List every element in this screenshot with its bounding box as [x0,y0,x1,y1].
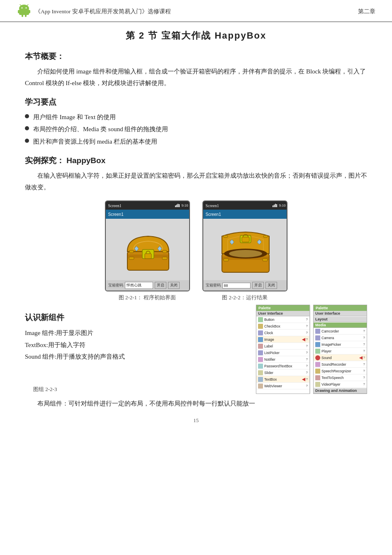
svg-point-6 [22,7,23,9]
phone2-block: Screen1 9:10 Screen1 [202,200,287,301]
palette1-section: User Interface [256,311,309,316]
phone2-btn-open[interactable]: 开启 [252,282,264,289]
svg-rect-1 [19,9,29,15]
list-item: 布局控件的介绍、Media 类 sound 组件的拖拽使用 [25,124,367,135]
list-item: 图片和声音资源上传到 media 栏后的基本使用 [25,136,367,148]
phone1-btn-close[interactable]: 关闭 [168,282,180,289]
phone2-input[interactable]: 88 [222,283,251,289]
phone1-content [106,219,190,280]
phone2-input-row: 宝箱密码 88 开启 关闭 [203,280,287,291]
bullet1-text: 用户组件 Image 和 Text 的使用 [33,112,116,123]
phone1-statusbar: Screen1 9:10 [106,201,190,210]
svg-rect-26 [275,204,276,207]
palette2-section-drawing: Drawing and Animation [314,388,367,394]
palette-item-textbox[interactable]: TextBox ◀ ? [256,376,309,383]
page-content: 第 2 节 宝箱大作战 HappyBox 本节概要： 介绍如何使用 image … [0,22,392,436]
palette-item-notifier[interactable]: Notifier ? [256,356,309,363]
palette-item-camera[interactable]: Camera ? [314,335,367,341]
phone2-mockup: Screen1 9:10 Screen1 [202,200,287,291]
phone1-label: 宝箱密码 [108,283,123,288]
palette-item-listpicker[interactable]: ListPicker ? [256,350,309,356]
phone2-btn-close[interactable]: 关闭 [265,282,277,289]
palette1-header: Palette [256,305,309,311]
bottom-text: 布局组件：可针对组件进行一定的布局，不使用布局控件时每一行默认只能放一 [25,398,367,410]
bullet2-text: 布局控件的介绍、Media 类 sound 组件的拖拽使用 [33,124,168,135]
palette-item-webviewer[interactable]: WebViewer ? [256,383,309,389]
palette-item-clock[interactable]: Clock ? [256,330,309,336]
bullet3-text: 图片和声音资源上传到 media 栏后的基本使用 [33,136,157,148]
phone2-label: 宝箱密码 [206,283,221,288]
fig2-caption: 图 2-2-2：运行结果 [222,294,267,301]
bullet-dot-icon [25,139,29,143]
palette-item-slider[interactable]: Slider ? [256,369,309,376]
svg-rect-27 [276,204,277,207]
palette-item-imagepicker[interactable]: ImagePicker ? [314,341,367,348]
svg-rect-25 [274,205,275,207]
section2-heading: 学习要点 [25,97,367,108]
svg-rect-37 [263,259,268,261]
phone2-status-icons: 9:10 [273,203,285,208]
svg-rect-20 [129,257,134,259]
palette-item-texttospeech[interactable]: TextToSpeech ? [314,374,367,381]
svg-rect-21 [162,257,167,259]
palette-item-label[interactable]: Label ? [256,343,309,350]
phone1-status-icons: 9:10 [175,203,188,208]
phone1-btn-open[interactable]: 开启 [155,282,166,289]
android-logo-icon [17,4,32,19]
section3-text: 在输入密码框输入字符，如果正好是设置的宝箱密码，那么开启宝箱并成功放出欢快的音乐… [25,170,367,193]
palette-item-checkbox[interactable]: CheckBox ? [256,323,309,330]
svg-rect-12 [178,204,178,207]
svg-rect-40 [242,237,249,242]
svg-rect-18 [129,250,134,253]
palette2: Palette User Interface Layout Media Camc… [313,305,367,394]
svg-rect-19 [163,250,167,253]
phone2-content [203,219,287,280]
list-item: 用户组件 Image 和 Text 的使用 [25,112,367,123]
svg-point-7 [26,7,27,9]
svg-rect-36 [224,259,229,261]
section3-heading: 实例探究： HappyBox [25,155,367,166]
palette-item-speechrecognizer[interactable]: SpeechRecognizer ? [314,368,367,374]
chest-open-icon [214,224,277,276]
palette-item-passwordtextbox[interactable]: PasswordTextBox ? [256,363,309,369]
phone1-mockup: Screen1 9:10 Screen1 [105,200,190,291]
svg-rect-10 [175,205,176,207]
svg-rect-13 [179,204,180,207]
svg-point-33 [229,250,262,257]
palette-item-camcorder[interactable]: Camcorder ? [314,328,367,335]
svg-rect-34 [224,235,228,237]
palette-item-player[interactable]: Player ? [314,348,367,355]
palette-item-button[interactable]: Button ? [256,316,309,323]
palette2-header: Palette [314,305,367,311]
palettes-container: Palette User Interface Button ? CheckBox… [256,305,367,394]
header-title: 《App Inventor 安卓手机应用开发简易入门》选修课程 [35,8,171,15]
page-header: 《App Inventor 安卓手机应用开发简易入门》选修课程 第二章 [0,0,392,22]
section1-heading: 本节概要： [25,51,367,62]
phone2-statusbar: Screen1 9:10 [203,201,287,210]
bullet-dot-icon [25,114,29,118]
phone1-input[interactable]: 怦然心跳 [125,282,153,289]
palette2-section-media: Media [314,323,367,328]
section1-text: 介绍如何使用 image 组件和使用输入框，组合成一个验证开箱密码的程序，并伴有… [25,66,367,89]
bullet-list: 用户组件 Image 和 Text 的使用 布局控件的介绍、Media 类 so… [25,112,367,148]
phone1-block: Screen1 9:10 Screen1 [105,200,190,301]
phone2-screen: Screen1 9:10 Screen1 [203,201,287,291]
page-number: 15 [25,417,367,424]
phone-mockups-row: Screen1 9:10 Screen1 [25,200,367,301]
phone1-screen: Screen1 9:10 Screen1 [106,201,190,291]
palette2-section-ui: User Interface [314,311,367,316]
svg-rect-24 [273,205,273,207]
svg-rect-4 [22,14,23,17]
chapter-title: 第 2 节 宝箱大作战 HappyBox [25,29,367,42]
palette-item-videoplayer[interactable]: VideoPlayer ? [314,381,367,388]
palette-item-sound[interactable]: Sound ◀ ? [314,355,367,361]
palette-item-image[interactable]: Image ◀ ? [256,336,309,343]
phone2-screen-label: Screen1 [206,203,219,208]
chest-closed-icon [119,225,177,274]
phone1-screen-label: Screen1 [108,203,122,208]
phone1-input-row: 宝箱密码 怦然心跳 开启 关闭 [106,280,190,291]
svg-rect-17 [145,254,151,259]
palette-item-soundrecorder[interactable]: SoundRecorder ? [314,361,367,368]
palette1: Palette User Interface Button ? CheckBox… [256,305,310,394]
svg-rect-3 [29,10,30,13]
